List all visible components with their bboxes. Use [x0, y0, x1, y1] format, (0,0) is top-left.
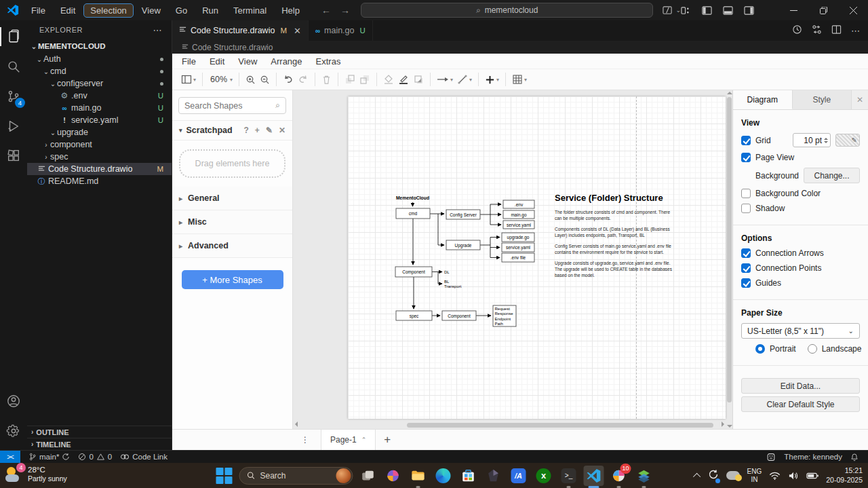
drawio-menu-arrange[interactable]: Arrange [271, 56, 302, 67]
customize-layout-icon[interactable] [681, 5, 691, 16]
scratchpad-dropzone[interactable]: Drag elements here [179, 149, 285, 178]
zoom-out-button[interactable] [258, 71, 272, 88]
vscode-taskbar-icon[interactable] [584, 466, 604, 486]
extensions-icon[interactable] [0, 143, 27, 170]
clear-default-style-button[interactable]: Clear Default Style [741, 396, 860, 412]
volume-icon[interactable] [788, 471, 799, 481]
tree-item-readme[interactable]: ⓘ README.md [27, 175, 172, 187]
background-color-checkbox[interactable] [741, 189, 751, 198]
vertical-scrollbar[interactable] [727, 97, 732, 402]
open-changes-icon[interactable] [812, 24, 822, 37]
more-actions-icon[interactable]: ⋯ [851, 26, 860, 36]
timeline-history-icon[interactable] [792, 24, 802, 37]
tab-main-go[interactable]: ∞ main.go U [309, 20, 373, 41]
xbox-app-icon[interactable]: x [534, 466, 554, 486]
connection-arrows-checkbox[interactable] [741, 248, 751, 258]
battery-icon[interactable] [806, 472, 818, 480]
tree-root[interactable]: ⌄ MEMENTOCLOUD [27, 39, 172, 53]
taskbar-search[interactable]: Search [239, 467, 353, 485]
format-close-icon[interactable]: ✕ [852, 90, 868, 109]
extension-status-icon[interactable] [766, 453, 776, 462]
settings-gear-icon[interactable] [0, 417, 27, 445]
minimize-button[interactable] [778, 0, 808, 20]
drawio-menu-file[interactable]: File [182, 56, 196, 67]
layers-app-icon[interactable] [634, 466, 654, 486]
tree-item-cmd[interactable]: ⌄ cmd [27, 65, 172, 77]
notifications-bell-icon[interactable] [850, 453, 859, 462]
toggle-panel-icon[interactable] [723, 5, 733, 16]
to-front-button[interactable] [342, 71, 357, 88]
split-editor-dropdown[interactable]: ⌄ [663, 5, 681, 16]
waypoint-style-button[interactable]: ▾ [455, 71, 474, 88]
edit-data-button[interactable]: Edit Data... [741, 378, 860, 394]
shape-section-misc[interactable]: ▸ Misc [172, 210, 292, 234]
tree-item-configserver[interactable]: ⌄ configserver [27, 77, 172, 90]
tab-style[interactable]: Style [793, 90, 852, 109]
onedrive-icon[interactable] [726, 471, 740, 480]
shadow-button[interactable] [411, 71, 426, 88]
sync-tray-icon[interactable] [708, 469, 719, 483]
pages-menu-icon[interactable]: ⋮ [301, 435, 310, 445]
view-mode-button[interactable]: ▾ [179, 71, 198, 88]
more-shapes-button[interactable]: + More Shapes [182, 270, 283, 289]
scratchpad-close-icon[interactable]: ✕ [279, 126, 285, 135]
language-indicator[interactable]: ENG IN [747, 468, 762, 484]
shape-search-box[interactable]: ⌕ [178, 97, 286, 114]
breadcrumb[interactable]: Code Structure.drawio [172, 41, 868, 54]
add-page-button[interactable]: + [384, 433, 391, 447]
menu-file[interactable]: File [24, 3, 52, 18]
insert-button[interactable]: ▾ [483, 71, 501, 88]
table-button[interactable]: ▾ [510, 71, 529, 88]
shape-section-advanced[interactable]: ▸ Advanced [172, 234, 292, 258]
label-dl[interactable]: DL [444, 270, 450, 274]
toggle-secondary-sidebar-icon[interactable] [744, 5, 754, 16]
menu-view[interactable]: View [135, 3, 167, 18]
undo-button[interactable] [281, 71, 296, 88]
explorer-icon[interactable] [0, 23, 27, 50]
tree-item-maingo[interactable]: ∞ main.go U [27, 102, 172, 114]
clock[interactable]: 15:21 20-09-2025 [826, 466, 863, 485]
microsoft-store-icon[interactable] [458, 466, 479, 486]
drawio-menu-edit[interactable]: Edit [210, 56, 224, 67]
tray-expand-icon[interactable] [693, 472, 701, 480]
menu-edit[interactable]: Edit [54, 3, 82, 18]
change-background-button[interactable]: Change... [804, 168, 860, 183]
outline-section[interactable]: › OUTLINE [27, 426, 172, 438]
timeline-section[interactable]: › TIMELINE [27, 438, 172, 450]
tree-item-auth[interactable]: ⌄ Auth [27, 53, 172, 65]
forward-arrow-icon[interactable]: → [340, 5, 350, 16]
code-link-item[interactable]: Code Link [120, 453, 167, 461]
drawio-menu-extras[interactable]: Extras [316, 56, 341, 67]
terminal-app-icon[interactable]: >_ [559, 466, 579, 486]
portrait-radio[interactable] [755, 344, 765, 354]
grid-checkbox[interactable] [741, 136, 751, 145]
grid-size-input[interactable]: 10 pt [793, 133, 831, 147]
back-arrow-icon[interactable]: ← [321, 5, 331, 16]
tree-item-env[interactable]: ⚙ .env U [27, 90, 172, 102]
close-tab-icon[interactable]: ✕ [294, 26, 301, 36]
close-button[interactable] [838, 0, 868, 20]
page-view-checkbox[interactable] [741, 153, 751, 162]
problems-item[interactable]: 0 0 [78, 453, 112, 461]
search-sidebar-icon[interactable] [0, 53, 27, 80]
scroll-up-icon[interactable] [727, 92, 732, 94]
remote-indicator[interactable]: >< [0, 451, 20, 463]
tab-diagram[interactable]: Diagram [733, 90, 793, 109]
tree-item-component[interactable]: › component [27, 138, 172, 151]
scroll-down-icon[interactable] [727, 425, 732, 428]
delete-button[interactable] [319, 71, 334, 88]
grid-color-swatch[interactable]: ✎ [835, 134, 860, 147]
split-editor-icon[interactable] [831, 24, 842, 37]
tree-item-drawio-file[interactable]: Code Structure.drawio M [27, 163, 172, 175]
source-control-icon[interactable]: 4 [0, 83, 27, 110]
menu-terminal[interactable]: Terminal [226, 3, 273, 18]
git-branch-item[interactable]: main* [28, 453, 70, 461]
wifi-icon[interactable] [769, 471, 781, 481]
tree-item-spec[interactable]: › spec [27, 151, 172, 163]
connection-points-checkbox[interactable] [741, 263, 751, 273]
app-ia-icon[interactable]: /A [509, 466, 529, 486]
task-view-button[interactable] [358, 466, 378, 486]
run-debug-icon[interactable] [0, 113, 27, 140]
diagram-nodes[interactable]: MementoCloud cmd Config Server .env main… [395, 195, 534, 326]
menu-help[interactable]: Help [275, 3, 307, 18]
